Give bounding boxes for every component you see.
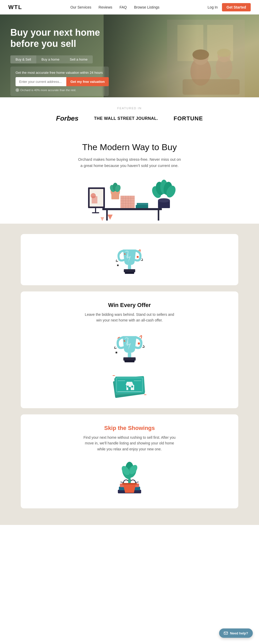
desk-scene-illustration: [80, 177, 179, 224]
svg-rect-17: [111, 192, 119, 199]
card-3: Skip the Showings Find your next home wi…: [21, 414, 238, 508]
beige-section: Win Every Offer Leave the bidding wars b…: [0, 224, 259, 525]
featured-logos: Forbes THE WALL STREET JOURNAL. FORTUNE: [10, 114, 249, 122]
svg-rect-62: [131, 386, 133, 387]
svg-rect-13: [92, 196, 97, 203]
nav-logo: WTL: [8, 4, 22, 11]
tab-buy-sell[interactable]: Buy & Sell: [10, 55, 36, 63]
address-input[interactable]: [16, 77, 66, 86]
nav-login[interactable]: Log In: [208, 5, 218, 9]
modern-desc: Orchard makes home buying stress-free. N…: [78, 156, 181, 169]
info-icon: i: [16, 88, 19, 92]
modern-section: The Modern Way to Buy Orchard makes home…: [0, 130, 259, 169]
card-3-desc: Find your next home without rushing to s…: [83, 435, 176, 452]
money-house-illustration: [113, 372, 146, 398]
illustration-area: [0, 177, 259, 224]
svg-marker-58: [126, 382, 133, 385]
hero-form-box: Get the most accurate free home valuatio…: [10, 67, 109, 96]
card-2-desc: Leave the bidding wars behind. Stand out…: [83, 312, 176, 323]
card-1-illustration: [31, 244, 228, 278]
card-2-title: Win Every Offer: [31, 302, 228, 309]
hero-form-row: Get my free valuation: [16, 77, 104, 86]
svg-line-74: [120, 482, 124, 482]
svg-rect-53: [125, 360, 135, 362]
svg-rect-46: [128, 265, 131, 270]
trophy-illustration-large: [113, 331, 146, 367]
hero-form-desc: Get the most accurate free home valuatio…: [16, 71, 104, 75]
nav-link-faq[interactable]: FAQ: [120, 5, 127, 9]
card-2: Win Every Offer Leave the bidding wars b…: [21, 291, 238, 408]
card-3-title: Skip the Showings: [31, 425, 228, 431]
svg-rect-22: [106, 210, 108, 221]
trophy-illustration-small: [114, 244, 145, 278]
wsj-logo: THE WALL STREET JOURNAL.: [94, 116, 158, 121]
card-2-illustrations: [31, 331, 228, 398]
svg-rect-61: [127, 386, 129, 387]
svg-rect-49: [138, 342, 140, 345]
card-1: [21, 234, 238, 285]
tab-buy-home[interactable]: Buy a home: [36, 55, 64, 63]
nav-link-listings[interactable]: Browse Listings: [134, 5, 160, 9]
get-valuation-button[interactable]: Get my free valuation: [66, 77, 109, 86]
navbar: WTL Our Services Reviews FAQ Browse List…: [0, 0, 259, 14]
svg-marker-36: [100, 217, 104, 221]
card-3-illustration: [31, 459, 228, 498]
svg-rect-23: [158, 210, 159, 221]
illustration-scene: [0, 177, 259, 224]
svg-line-75: [135, 482, 139, 482]
nav-link-reviews[interactable]: Reviews: [99, 5, 112, 9]
svg-rect-51: [128, 353, 131, 358]
svg-marker-35: [107, 215, 113, 220]
hero-title: Buy your next home before you sell: [10, 27, 109, 49]
hero-note: i Orchard is 40% more accurate than the …: [16, 88, 104, 92]
modern-title: The Modern Way to Buy: [10, 142, 249, 152]
svg-point-38: [158, 198, 170, 202]
nav-actions: Log In Get Started: [208, 3, 251, 11]
forbes-logo: Forbes: [56, 114, 78, 122]
featured-section: FEATURED IN Forbes THE WALL STREET JOURN…: [0, 97, 259, 130]
fortune-logo: FORTUNE: [174, 115, 203, 122]
hero-content: Buy your next home before you sell Buy &…: [0, 14, 119, 97]
tab-sell-home[interactable]: Sell a home: [64, 55, 93, 63]
hero-tabs: Buy & Sell Buy a home Sell a home: [10, 55, 109, 63]
svg-rect-24: [120, 196, 135, 208]
featured-label: FEATURED IN: [10, 107, 249, 110]
svg-rect-21: [102, 208, 162, 210]
svg-rect-48: [125, 272, 134, 274]
svg-rect-82: [122, 483, 137, 485]
plant-books-illustration: [113, 459, 146, 498]
hero-overlay: [104, 14, 259, 97]
nav-links: Our Services Reviews FAQ Browse Listings: [70, 5, 160, 9]
nav-get-started-button[interactable]: Get Started: [222, 3, 251, 11]
nav-link-services[interactable]: Our Services: [70, 5, 91, 9]
svg-rect-15: [92, 212, 99, 213]
svg-rect-45: [117, 265, 119, 266]
svg-rect-50: [116, 352, 117, 353]
hero-note-text: Orchard is 40% more accurate than the re…: [20, 89, 76, 92]
hero-section: Buy your next home before you sell Buy &…: [0, 14, 259, 97]
svg-rect-14: [95, 208, 96, 213]
svg-rect-34: [136, 205, 148, 208]
svg-rect-44: [137, 256, 139, 258]
